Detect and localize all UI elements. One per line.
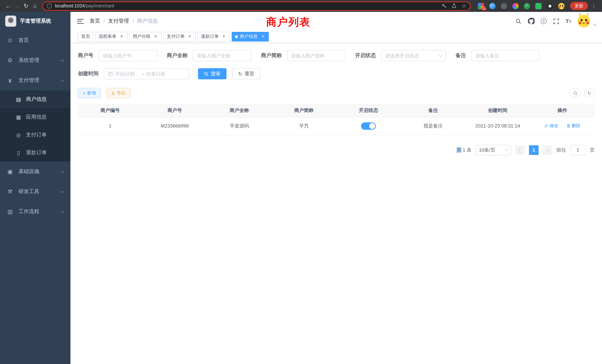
top-navbar: 首页 / 支付管理 / 商户信息 商户列表 ? [70, 12, 602, 30]
browser-menu-icon[interactable]: ⋮ [589, 0, 598, 12]
breadcrumb-item-home[interactable]: 首页 [90, 18, 100, 24]
annotation-title: 商户列表 [266, 15, 311, 29]
extension-avatar-icon[interactable] [558, 3, 565, 9]
app-logo [5, 16, 16, 27]
tab-home[interactable]: 首页 [78, 32, 93, 41]
sidebar-item-label: 支付管理 [19, 77, 61, 84]
sidebar-submenu-payment: ▤ 商户信息 ▦ 应用信息 ◎ 支付订单 ▯ 退款订单 [0, 90, 70, 162]
merchant-fullname-input[interactable] [197, 53, 247, 58]
avatar-dropdown-caret-icon[interactable] [593, 22, 597, 26]
sidebar-item-payment[interactable]: ¥ 支付管理 [0, 70, 70, 90]
refresh-table-button[interactable]: ↻ [584, 88, 595, 98]
tab-label: 用户分组 [133, 33, 150, 40]
page-content: 商户号 商户全称 商户简称 开启状态 [70, 43, 602, 364]
pencil-icon [544, 124, 548, 128]
extension-monkey-icon[interactable] [547, 3, 553, 9]
gear-icon: ⚙ [7, 57, 13, 64]
extension-gray-icon[interactable] [501, 3, 507, 9]
sidebar-item-app-info[interactable]: ▦ 应用信息 [0, 108, 70, 126]
breadcrumb-item-payment[interactable]: 支付管理 [108, 18, 129, 24]
close-icon[interactable]: × [187, 34, 192, 39]
browser-back-icon[interactable]: ← [4, 0, 13, 12]
sidebar-item-label: 退款订单 [26, 149, 47, 156]
browser-home-icon[interactable]: ⌂ [30, 0, 39, 12]
calendar-icon [108, 71, 113, 76]
extension-blue-icon[interactable] [489, 3, 496, 9]
sidebar-item-devtools[interactable]: ⚒ 研发工具 [0, 182, 70, 202]
address-bar[interactable]: i localhost:1024 /pay/merchant ☆ [42, 1, 471, 11]
export-button[interactable]: 导出 [106, 88, 130, 98]
fullscreen-icon[interactable] [553, 18, 559, 24]
edit-button[interactable]: 修改 [544, 123, 558, 129]
app-window: ← → ↻ ⌂ i localhost:1024 /pay/merchant ☆… [0, 0, 602, 364]
tab-process-form[interactable]: 流程表单 × [95, 32, 128, 41]
tab-label: 退款订单 [201, 33, 219, 40]
sidebar-item-infrastructure[interactable]: ▣ 基础设施 [0, 162, 70, 182]
chevron-down-icon [439, 53, 442, 57]
site-info-icon[interactable]: i [47, 3, 52, 9]
tab-refund-orders[interactable]: 退款订单 × [198, 32, 230, 41]
github-icon[interactable] [528, 18, 534, 24]
close-icon[interactable]: × [221, 34, 226, 39]
sidebar: 芋道管理系统 ⊙ 首页 ⚙ 系统管理 ¥ 支付管理 ▤ 商户信息 [0, 12, 70, 364]
prev-page-button[interactable] [515, 145, 525, 155]
browser-reload-icon[interactable]: ↻ [22, 0, 30, 12]
cell-merchant-id: 1 [78, 117, 142, 135]
browser-update-button[interactable]: 更新 [570, 2, 588, 10]
sidebar-item-pay-orders[interactable]: ◎ 支付订单 [0, 126, 70, 144]
status-select[interactable] [381, 50, 446, 61]
close-icon[interactable]: × [153, 34, 158, 39]
status-label: 开启状态 [355, 52, 376, 59]
toggle-search-button[interactable] [570, 88, 580, 98]
page-number-button[interactable]: 1 [529, 145, 539, 155]
sidebar-item-refund-orders[interactable]: ▯ 退款订单 [0, 144, 70, 162]
end-date-input[interactable] [146, 71, 170, 76]
extension-badge: 10 [482, 7, 486, 11]
date-range-picker[interactable]: - [104, 68, 189, 79]
bookmark-star-icon[interactable]: ☆ [462, 3, 466, 9]
sidebar-toggle-icon[interactable] [77, 19, 84, 23]
close-icon[interactable]: × [260, 34, 265, 39]
merchant-shortname-input[interactable] [291, 53, 341, 58]
col-actions: 操作 [530, 104, 595, 117]
next-page-button[interactable] [543, 145, 552, 155]
add-button[interactable]: + 新增 [78, 88, 101, 98]
extension-check-icon[interactable] [524, 3, 530, 9]
tab-label: 商户信息 [240, 33, 258, 40]
sidebar-item-system[interactable]: ⚙ 系统管理 [0, 50, 70, 70]
tab-user-group[interactable]: 用户分组 × [129, 32, 162, 41]
goto-page-input[interactable] [570, 145, 586, 155]
remark-input[interactable] [475, 53, 536, 58]
status-select-input[interactable] [385, 53, 438, 58]
share-icon[interactable] [452, 3, 457, 9]
app-logo-row[interactable]: 芋道管理系统 [0, 12, 70, 30]
password-key-icon[interactable] [442, 3, 447, 9]
status-toggle[interactable] [361, 122, 376, 129]
extension-grid-icon[interactable]: 10 [478, 3, 484, 9]
search-button[interactable]: 搜索 [198, 68, 226, 79]
search-form-row-2: 创建时间 - 搜索 ↻ 重置 [78, 68, 595, 79]
user-avatar[interactable] [578, 15, 590, 27]
chevron-down-icon [61, 189, 64, 193]
header-search-icon[interactable] [515, 18, 521, 24]
browser-forward-icon[interactable]: → [13, 0, 22, 12]
plus-icon: + [83, 90, 86, 96]
goto-label: 前往 [556, 147, 566, 153]
start-date-input[interactable] [115, 71, 140, 76]
sidebar-item-home[interactable]: ⊙ 首页 [0, 30, 70, 50]
reset-button[interactable]: ↻ 重置 [232, 68, 260, 79]
merchant-no-input[interactable] [103, 53, 153, 58]
extension-color-icon[interactable] [512, 3, 519, 9]
download-icon [111, 91, 115, 95]
page-size-select[interactable]: 10条/页 [476, 145, 511, 155]
help-icon[interactable]: ? [541, 18, 547, 24]
sidebar-item-merchant-info[interactable]: ▤ 商户信息 [0, 90, 70, 108]
sidebar-item-workflow[interactable]: ▥ 工作流程 [0, 202, 70, 222]
tab-merchant-info[interactable]: 商户信息 × [232, 32, 269, 41]
close-icon[interactable]: × [119, 34, 124, 39]
extension-note-icon[interactable] [535, 3, 542, 9]
sidebar-item-label: 基础设施 [19, 168, 61, 175]
delete-button[interactable]: 删除 [566, 123, 580, 129]
tab-pay-orders[interactable]: 支付订单 × [163, 32, 196, 41]
font-size-icon[interactable]: TT [566, 18, 571, 24]
